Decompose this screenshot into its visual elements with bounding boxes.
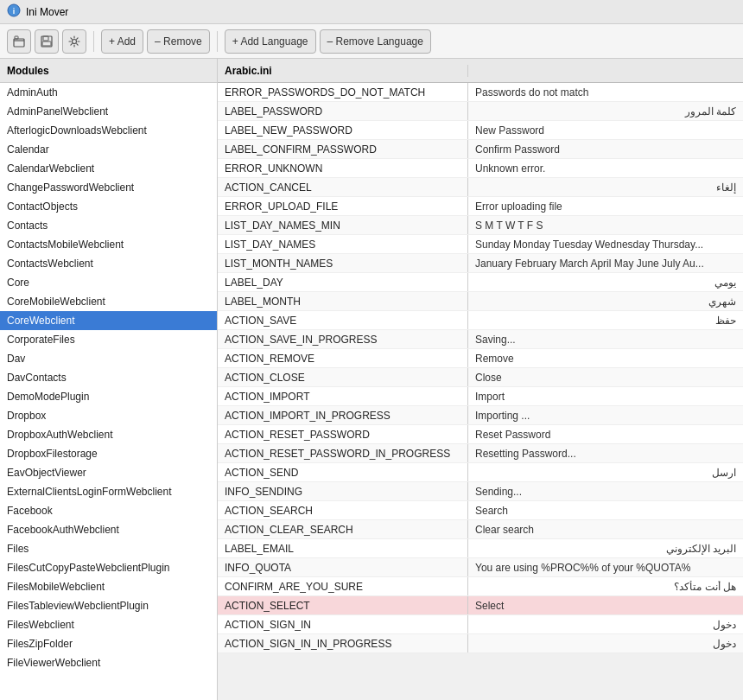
table-row[interactable]: LABEL_MONTHشهري bbox=[218, 292, 743, 311]
sidebar-item[interactable]: ContactsMobileWebclient bbox=[0, 235, 217, 254]
sidebar-item[interactable]: Dropbox bbox=[0, 406, 217, 425]
row-value: شهري bbox=[468, 296, 743, 308]
row-value: Reset Password bbox=[468, 429, 743, 441]
table-row[interactable]: ACTION_REMOVERemove bbox=[218, 349, 743, 368]
sidebar-item[interactable]: FilesWebclient bbox=[0, 615, 217, 634]
remove-button[interactable]: – Remove bbox=[147, 29, 210, 54]
table-row[interactable]: INFO_SENDINGSending... bbox=[218, 482, 743, 501]
sidebar-item[interactable]: FilesMobileWebclient bbox=[0, 577, 217, 596]
settings-button[interactable] bbox=[62, 29, 86, 54]
svg-rect-3 bbox=[15, 36, 18, 39]
sidebar-item[interactable]: CoreMobileWebclient bbox=[0, 292, 217, 311]
sidebar-item[interactable]: FilesZipFolder bbox=[0, 634, 217, 653]
sidebar-item[interactable]: Core bbox=[0, 273, 217, 292]
add-language-button[interactable]: + Add Language bbox=[225, 29, 316, 54]
table-row[interactable]: ERROR_UPLOAD_FILEError uploading file bbox=[218, 197, 743, 216]
svg-rect-2 bbox=[14, 39, 24, 47]
table-row[interactable]: LABEL_PASSWORDكلمة المرور bbox=[218, 102, 743, 121]
row-value: هل أنت متأكد؟ bbox=[468, 581, 743, 593]
toolbar-separator bbox=[93, 31, 94, 52]
row-key: ACTION_RESET_PASSWORD_IN_PROGRESS bbox=[218, 444, 468, 462]
table-row[interactable]: LABEL_CONFIRM_PASSWORDConfirm Password bbox=[218, 140, 743, 159]
table-row[interactable]: LIST_DAY_NAMESSunday Monday Tuesday Wedn… bbox=[218, 235, 743, 254]
sidebar-item[interactable]: DropboxAuthWebclient bbox=[0, 425, 217, 444]
save-button[interactable] bbox=[35, 29, 59, 54]
sidebar-item[interactable]: DropboxFilestorage bbox=[0, 444, 217, 463]
sidebar-item[interactable]: ChangePasswordWebclient bbox=[0, 178, 217, 197]
table-row[interactable]: ACTION_SIGN_INدخول bbox=[218, 615, 743, 634]
sidebar-item[interactable]: AdminAuth bbox=[0, 83, 217, 102]
table-row[interactable]: LIST_DAY_NAMES_MINS M T W T F S bbox=[218, 216, 743, 235]
sidebar-item[interactable]: ExternalClientsLoginFormWebclient bbox=[0, 482, 217, 501]
remove-language-button[interactable]: – Remove Language bbox=[320, 29, 431, 54]
table-row[interactable]: ACTION_RESET_PASSWORD_IN_PROGRESSResetti… bbox=[218, 444, 743, 463]
sidebar-item[interactable]: FileViewerWebclient bbox=[0, 653, 217, 672]
table-row[interactable]: ACTION_CANCELإلغاء bbox=[218, 178, 743, 197]
row-key: LABEL_EMAIL bbox=[218, 539, 468, 557]
table-row[interactable]: ACTION_SIGN_IN_IN_PROGRESSدخول bbox=[218, 634, 743, 653]
sidebar-item[interactable]: AfterlogicDownloadsWebclient bbox=[0, 121, 217, 140]
row-key: ACTION_CANCEL bbox=[218, 178, 468, 196]
table-row[interactable]: ACTION_SAVEحفظ bbox=[218, 311, 743, 330]
titlebar: i Ini Mover bbox=[0, 0, 743, 24]
app-icon: i bbox=[7, 3, 21, 20]
table-row[interactable]: ACTION_SENDارسل bbox=[218, 463, 743, 482]
table-row[interactable]: ERROR_UNKNOWNUnknown error. bbox=[218, 159, 743, 178]
row-key: LABEL_CONFIRM_PASSWORD bbox=[218, 140, 468, 158]
row-value: البريد الإلكتروني bbox=[468, 543, 743, 555]
table-row[interactable]: ERROR_PASSWORDS_DO_NOT_MATCHPasswords do… bbox=[218, 83, 743, 102]
row-value: حفظ bbox=[468, 315, 743, 327]
sidebar-item[interactable]: ContactObjects bbox=[0, 197, 217, 216]
row-key: ERROR_PASSWORDS_DO_NOT_MATCH bbox=[218, 83, 468, 101]
col-key-header: Arabic.ini bbox=[218, 65, 468, 77]
table-row[interactable]: LABEL_EMAILالبريد الإلكتروني bbox=[218, 539, 743, 558]
table-row[interactable]: CONFIRM_ARE_YOU_SUREهل أنت متأكد؟ bbox=[218, 577, 743, 596]
add-button[interactable]: + Add bbox=[101, 29, 143, 54]
row-key: ERROR_UNKNOWN bbox=[218, 159, 468, 177]
table-row[interactable]: ACTION_SAVE_IN_PROGRESSSaving... bbox=[218, 330, 743, 349]
sidebar-item[interactable]: Calendar bbox=[0, 140, 217, 159]
table-row[interactable]: ACTION_SELECTSelect bbox=[218, 596, 743, 615]
sidebar-item[interactable]: FilesTableviewWebclientPlugin bbox=[0, 596, 217, 615]
row-key: ACTION_IMPORT bbox=[218, 387, 468, 405]
table-row[interactable]: ACTION_RESET_PASSWORDReset Password bbox=[218, 425, 743, 444]
table-row[interactable]: LIST_MONTH_NAMESJanuary February March A… bbox=[218, 254, 743, 273]
sidebar-item[interactable]: Files bbox=[0, 539, 217, 558]
sidebar-item[interactable]: DavContacts bbox=[0, 368, 217, 387]
row-value: Remove bbox=[468, 353, 743, 365]
row-value: يومي bbox=[468, 277, 743, 289]
row-key: LABEL_NEW_PASSWORD bbox=[218, 121, 468, 139]
sidebar-item[interactable]: FilesCutCopyPasteWebclientPlugin bbox=[0, 558, 217, 577]
row-value: Close bbox=[468, 372, 743, 384]
row-key: INFO_QUOTA bbox=[218, 558, 468, 576]
row-key: LABEL_PASSWORD bbox=[218, 102, 468, 120]
sidebar-item[interactable]: Contacts bbox=[0, 216, 217, 235]
sidebar-item[interactable]: AdminPanelWebclient bbox=[0, 102, 217, 121]
sidebar-item[interactable]: Facebook bbox=[0, 501, 217, 520]
table-row[interactable]: LABEL_NEW_PASSWORDNew Password bbox=[218, 121, 743, 140]
sidebar-item[interactable]: DemoModePlugin bbox=[0, 387, 217, 406]
sidebar-item[interactable]: ContactsWebclient bbox=[0, 254, 217, 273]
open-button[interactable] bbox=[7, 29, 31, 54]
table-row[interactable]: ACTION_SEARCHSearch bbox=[218, 501, 743, 520]
row-value: Importing ... bbox=[468, 410, 743, 422]
table-row[interactable]: ACTION_CLOSEClose bbox=[218, 368, 743, 387]
table-row[interactable]: LABEL_DAYيومي bbox=[218, 273, 743, 292]
content-area: Arabic.ini ERROR_PASSWORDS_DO_NOT_MATCHP… bbox=[218, 59, 743, 700]
table-row[interactable]: ACTION_IMPORT_IN_PROGRESSImporting ... bbox=[218, 406, 743, 425]
sidebar-item[interactable]: CorporateFiles bbox=[0, 330, 217, 349]
sidebar-item[interactable]: CoreWebclient bbox=[0, 311, 217, 330]
table-row[interactable]: INFO_QUOTAYou are using %PROC%% of your … bbox=[218, 558, 743, 577]
row-value: Passwords do not match bbox=[468, 86, 743, 99]
row-key: ACTION_SELECT bbox=[218, 596, 468, 614]
table-row[interactable]: ACTION_IMPORTImport bbox=[218, 387, 743, 406]
table-row[interactable]: ACTION_CLEAR_SEARCHClear search bbox=[218, 520, 743, 539]
row-value: Confirm Password bbox=[468, 143, 743, 156]
sidebar-item[interactable]: FacebookAuthWebclient bbox=[0, 520, 217, 539]
sidebar-item[interactable]: Dav bbox=[0, 349, 217, 368]
row-key: LIST_MONTH_NAMES bbox=[218, 254, 468, 272]
row-key: ACTION_SEARCH bbox=[218, 501, 468, 519]
sidebar-item[interactable]: CalendarWebclient bbox=[0, 159, 217, 178]
sidebar-item[interactable]: EavObjectViewer bbox=[0, 463, 217, 482]
row-key: ACTION_RESET_PASSWORD bbox=[218, 425, 468, 443]
